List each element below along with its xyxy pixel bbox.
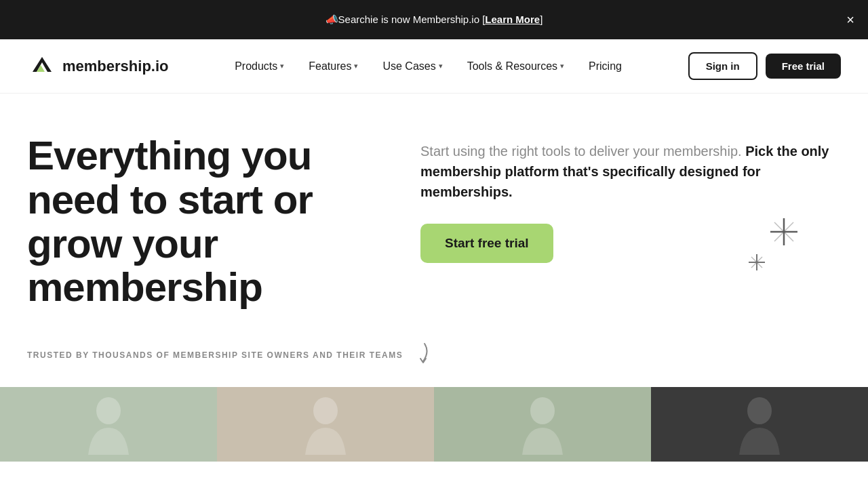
- hero-subtext: Start using the right tools to deliver y…: [420, 141, 841, 202]
- hero-content-right: Start using the right tools to deliver y…: [420, 134, 841, 310]
- nav-link-use-cases[interactable]: Use Cases ▾: [373, 55, 452, 78]
- nav-item-use-cases[interactable]: Use Cases ▾: [373, 55, 452, 78]
- nav-item-pricing[interactable]: Pricing: [579, 55, 631, 78]
- photo-strip-item-1: [0, 387, 217, 462]
- announcement-bar: 📣Searchie is now Membership.io [Learn Mo…: [0, 0, 868, 39]
- start-free-trial-button[interactable]: Start free trial: [420, 224, 553, 263]
- hero-heading-container: Everything you need to start or grow you…: [27, 134, 393, 310]
- person-photo-1: [0, 387, 217, 462]
- nav-link-products[interactable]: Products ▾: [225, 55, 294, 78]
- chevron-down-icon: ▾: [280, 62, 284, 70]
- person-photo-3: [434, 387, 651, 462]
- photo-strip: [0, 387, 868, 462]
- logo-icon: [27, 52, 57, 81]
- person-photo-2: [217, 387, 434, 462]
- hero-section: Everything you need to start or grow you…: [0, 94, 868, 323]
- announcement-close-button[interactable]: ×: [846, 13, 854, 26]
- sparkle-large-icon: [768, 216, 800, 253]
- person-photo-4: [651, 387, 868, 462]
- announcement-prefix: 📣Searchie is now Membership.io [: [326, 14, 486, 25]
- free-trial-nav-button[interactable]: Free trial: [766, 54, 841, 79]
- nav-label-use-cases: Use Cases: [382, 60, 435, 73]
- nav-item-products[interactable]: Products ▾: [225, 55, 294, 78]
- nav-link-tools-resources[interactable]: Tools & Resources ▾: [458, 55, 574, 78]
- svg-point-10: [530, 397, 555, 424]
- nav-label-tools-resources: Tools & Resources: [467, 60, 557, 73]
- svg-point-11: [747, 397, 772, 424]
- arrow-down-icon: [411, 342, 431, 368]
- nav-item-features[interactable]: Features ▾: [299, 55, 368, 78]
- trusted-section: TRUSTED BY THOUSANDS OF MEMBERSHIP SITE …: [0, 323, 868, 387]
- svg-point-9: [313, 397, 338, 424]
- signin-button[interactable]: Sign in: [688, 52, 757, 80]
- nav-label-pricing: Pricing: [589, 60, 622, 73]
- photo-strip-item-4: [651, 387, 868, 462]
- announcement-link[interactable]: Learn More: [485, 14, 540, 25]
- announcement-suffix: ]: [540, 14, 542, 25]
- chevron-down-icon: ▾: [560, 62, 564, 70]
- trusted-label: TRUSTED BY THOUSANDS OF MEMBERSHIP SITE …: [27, 342, 841, 368]
- nav-links: Products ▾ Features ▾ Use Cases ▾ Tools …: [225, 55, 631, 78]
- chevron-down-icon: ▾: [354, 62, 358, 70]
- nav-link-features[interactable]: Features ▾: [299, 55, 368, 78]
- hero-subtext-plain: Start using the right tools to deliver y…: [420, 144, 742, 159]
- photo-strip-item-3: [434, 387, 651, 462]
- logo[interactable]: membership.io: [27, 52, 168, 81]
- nav-link-pricing[interactable]: Pricing: [579, 55, 631, 78]
- chevron-down-icon: ▾: [439, 62, 443, 70]
- nav-item-tools-resources[interactable]: Tools & Resources ▾: [458, 55, 574, 78]
- hero-heading: Everything you need to start or grow you…: [27, 134, 393, 310]
- nav-label-features: Features: [309, 60, 351, 73]
- photo-strip-item-2: [217, 387, 434, 462]
- navbar: membership.io Products ▾ Features ▾ Use …: [0, 39, 868, 94]
- nav-actions: Sign in Free trial: [688, 52, 841, 80]
- logo-text: membership.io: [62, 58, 168, 75]
- svg-point-8: [96, 397, 121, 424]
- sparkle-small-icon: [747, 253, 766, 275]
- trusted-label-text: TRUSTED BY THOUSANDS OF MEMBERSHIP SITE …: [27, 350, 403, 360]
- nav-label-products: Products: [235, 60, 277, 73]
- announcement-text: 📣Searchie is now Membership.io [Learn Mo…: [326, 14, 543, 26]
